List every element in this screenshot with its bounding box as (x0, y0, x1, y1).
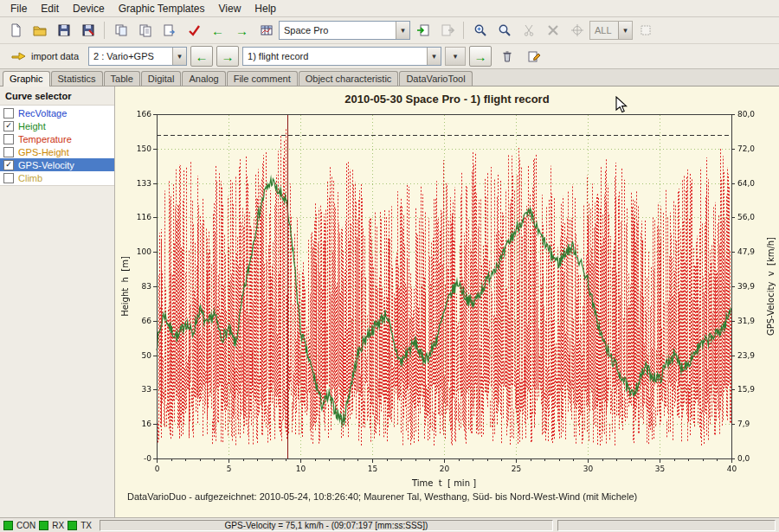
menu-help[interactable]: Help (248, 2, 283, 16)
green-right-arrow-icon: → (474, 50, 487, 63)
next-flight-button[interactable]: → (216, 46, 239, 67)
record-combo-value: 1) flight record (243, 51, 427, 61)
cut-button[interactable] (517, 19, 540, 42)
open-folder-icon (33, 23, 47, 37)
rx-led-icon (39, 521, 48, 530)
chart-caption: DataVarioDuo - aufgezeichnet: 2010-05-24… (127, 491, 637, 502)
device-combo[interactable]: 2 : Vario+GPS ▾ (88, 47, 187, 66)
tab-graphic[interactable]: Graphic (3, 71, 50, 87)
all-combo[interactable]: ALL ▾ (589, 21, 633, 40)
status-message: GPS-Velocity = 75,1 km/h - (09:07:197 [m… (225, 521, 428, 530)
record-mini-combo[interactable]: ▾ (445, 47, 466, 66)
con-led-icon (3, 521, 13, 530)
menu-file[interactable]: File (3, 2, 34, 16)
tab-file-comment[interactable]: File comment (227, 71, 298, 86)
menu-graphic-templates[interactable]: Graphic Templates (112, 2, 212, 16)
curve-checkbox[interactable]: ✓ (3, 160, 14, 170)
curve-label: RecVoltage (18, 108, 67, 119)
tab-statistics[interactable]: Statistics (51, 71, 103, 86)
chart-canvas[interactable] (115, 107, 779, 495)
tab-table[interactable]: Table (104, 71, 140, 86)
curve-label: Height (18, 121, 46, 131)
record-combo[interactable]: 1) flight record ▾ (242, 47, 441, 66)
curve-list: RecVoltage✓HeightTemperatureGPS-Height✓G… (0, 105, 114, 186)
export-image-icon (163, 23, 177, 37)
load-template-button[interactable] (411, 19, 435, 42)
save-template-button[interactable] (435, 19, 459, 42)
save-button[interactable] (52, 19, 75, 42)
menu-view[interactable]: View (212, 2, 248, 16)
chevron-down-icon: ▾ (618, 22, 632, 39)
rx-led-label: RX (52, 521, 64, 530)
crosshair-icon (570, 23, 584, 37)
edit-pencil-icon (527, 49, 541, 63)
curve-item-temperature[interactable]: Temperature (0, 132, 114, 145)
menu-device[interactable]: Device (66, 2, 112, 16)
status-field-right (557, 520, 776, 531)
tab-object-characteristic[interactable]: Object characteristic (299, 71, 399, 86)
new-file-icon (9, 23, 23, 37)
trash-icon (500, 49, 514, 63)
curve-checkbox[interactable] (3, 173, 14, 183)
chevron-down-icon[interactable]: ▾ (396, 22, 409, 39)
green-right-arrow-icon: → (235, 24, 248, 37)
copy-graphic-icon (114, 23, 128, 37)
select-box-button[interactable] (634, 19, 657, 42)
prev-flight-button[interactable]: ← (190, 46, 213, 67)
curve-item-gps-height[interactable]: GPS-Height (0, 145, 114, 158)
chevron-down-icon[interactable]: ▾ (172, 48, 186, 65)
curve-checkbox[interactable] (3, 134, 14, 144)
curve-checkbox[interactable] (3, 147, 14, 157)
copy-graphic-button[interactable] (109, 19, 132, 42)
chart-panel: 2010-05-30 Space Pro - 1) flight record … (115, 87, 779, 517)
curve-label: Temperature (18, 134, 72, 144)
graphic-table-button[interactable] (254, 19, 278, 42)
open-file-button[interactable] (28, 19, 51, 42)
zoom-in-button[interactable] (468, 19, 492, 42)
curve-checkbox[interactable] (3, 108, 14, 119)
save-icon (57, 23, 71, 37)
delete-x-icon (546, 23, 560, 37)
green-left-arrow-icon: ← (196, 50, 209, 63)
graphic-table-icon (260, 23, 274, 37)
tab-analog[interactable]: Analog (182, 71, 225, 86)
crosshair-button[interactable] (565, 19, 589, 42)
save-as-button[interactable] (76, 19, 100, 42)
menu-bar: File Edit Device Graphic Templates View … (0, 0, 779, 17)
data-toolbar: import data 2 : Vario+GPS ▾ ← → 1) fligh… (0, 44, 779, 69)
curve-label: Climb (18, 173, 42, 183)
go-record-button[interactable]: → (469, 46, 492, 67)
main-content: Curve selector RecVoltage✓HeightTemperat… (0, 87, 779, 517)
delete-button[interactable] (541, 19, 564, 42)
delete-record-button[interactable] (495, 45, 518, 67)
apply-check-button[interactable] (182, 19, 205, 42)
tab-digital[interactable]: Digital (141, 71, 182, 86)
copy-icon (138, 23, 152, 37)
copy-button[interactable] (133, 19, 157, 42)
template-combo[interactable]: Space Pro ▾ (279, 21, 410, 40)
chevron-down-icon: ▾ (446, 48, 465, 65)
curve-item-height[interactable]: ✓Height (0, 119, 114, 132)
zoom-mode-button[interactable] (493, 19, 516, 42)
con-led-label: CON (16, 521, 35, 530)
curve-item-recvoltage[interactable]: RecVoltage (0, 106, 114, 119)
tx-led-icon (68, 521, 77, 530)
scissors-icon (522, 23, 536, 37)
chevron-down-icon[interactable]: ▾ (427, 48, 441, 65)
curve-item-climb[interactable]: Climb (0, 171, 114, 184)
new-file-button[interactable] (3, 19, 27, 42)
curve-label: GPS-Velocity (18, 160, 74, 170)
next-record-button[interactable]: → (230, 19, 254, 42)
prev-record-button[interactable]: ← (206, 19, 229, 42)
export-image-button[interactable] (158, 19, 181, 42)
chart-title: 2010-05-30 Space Pro - 1) flight record (115, 93, 779, 106)
curve-item-gps-velocity[interactable]: ✓GPS-Velocity (0, 158, 114, 171)
check-icon (187, 23, 201, 37)
template-combo-value: Space Pro (280, 25, 396, 35)
curve-checkbox[interactable]: ✓ (3, 121, 14, 131)
tab-datavariotool[interactable]: DataVarioTool (399, 71, 472, 86)
import-data-button[interactable]: import data (5, 48, 85, 65)
save-as-icon (81, 23, 95, 37)
edit-comment-button[interactable] (522, 45, 545, 67)
menu-edit[interactable]: Edit (34, 2, 66, 16)
